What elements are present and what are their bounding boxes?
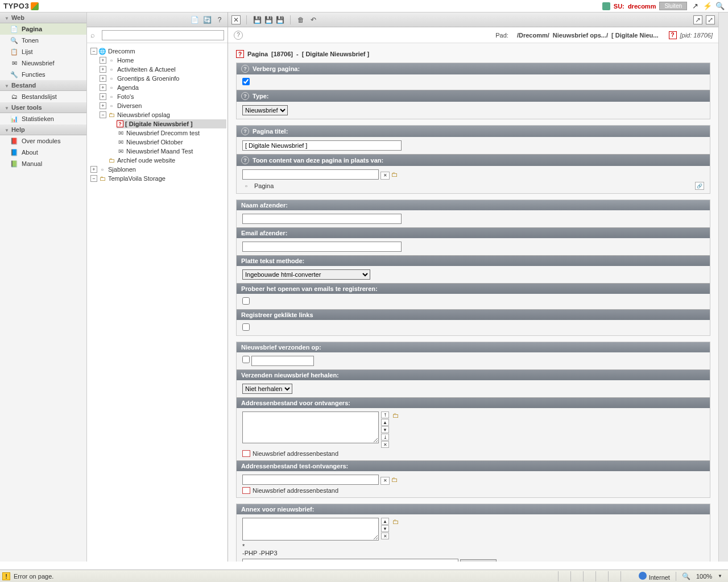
track-click-checkbox[interactable] — [242, 323, 250, 331]
repeat-select[interactable]: Niet herhalen — [242, 384, 292, 394]
move-bottom-icon[interactable]: ⤓ — [381, 434, 389, 440]
browse-folder-icon[interactable]: 🗀 — [391, 171, 398, 178]
annex-file-input[interactable] — [242, 559, 458, 562]
module-pagina[interactable]: 📄Pagina — [0, 23, 86, 35]
sender-email-input[interactable] — [242, 242, 402, 252]
close-icon[interactable]: ✕ — [231, 15, 241, 24]
tree-item[interactable]: Groentips & Groeninfo — [117, 75, 179, 82]
browse-button[interactable]: Browse... — [460, 559, 497, 562]
move-up-icon[interactable]: ▲ — [381, 518, 389, 525]
expand-all-icon[interactable]: ⤢ — [706, 15, 715, 24]
module-statistieken[interactable]: 📊Statistieken — [0, 113, 86, 124]
path-segment[interactable]: Nieuwsbrief ops.../ — [553, 32, 608, 39]
logout-button[interactable]: Sluiten — [659, 2, 687, 10]
cache-icon[interactable]: ⚡ — [703, 2, 712, 11]
tree-item-selected[interactable]: [ Digitale Nieuwsbrief ] — [125, 120, 193, 127]
tree-item[interactable]: TemplaVoila Storage — [108, 175, 166, 182]
tree-item[interactable]: Nieuwsbrief Oktober — [126, 139, 183, 146]
recipients-textarea[interactable] — [242, 411, 379, 443]
sender-name-input[interactable] — [242, 214, 402, 224]
help-icon[interactable]: ? — [241, 65, 249, 73]
expand-icon[interactable]: + — [100, 84, 106, 91]
help-icon[interactable]: ? — [234, 31, 243, 40]
zoom-icon[interactable]: 🔍 — [682, 572, 690, 580]
browse-folder-icon[interactable]: 🗀 — [392, 518, 399, 526]
open-new-icon[interactable]: ↗ — [693, 15, 702, 24]
page-tree[interactable]: −🌐Drecomm +▫Home +▫Activiteiten & Actuee… — [87, 43, 228, 562]
tree-item[interactable]: Home — [117, 57, 134, 64]
module-nieuwsbrief[interactable]: ✉Nieuwsbrief — [0, 57, 86, 69]
expand-icon[interactable]: + — [100, 75, 106, 82]
module-bestandslijst[interactable]: 🗂Bestandslijst — [0, 91, 86, 102]
expand-icon[interactable]: + — [100, 66, 106, 73]
tree-item[interactable]: Nieuwsbrief Drecomm test — [126, 130, 200, 136]
save-icon[interactable]: 💾 — [253, 15, 262, 24]
hidden-checkbox[interactable] — [242, 78, 250, 85]
move-top-icon[interactable]: ⤒ — [381, 411, 389, 418]
module-about[interactable]: 📘About — [0, 147, 86, 158]
link-wizard-icon[interactable]: 🔗 — [695, 182, 704, 190]
test-recipients-input[interactable] — [242, 475, 379, 485]
path-segment[interactable]: /Drecomm/ — [517, 32, 549, 39]
collapse-icon[interactable]: − — [90, 48, 97, 55]
collapse-icon[interactable]: − — [100, 111, 106, 118]
module-over[interactable]: 📕Over modules — [0, 135, 86, 147]
module-functies[interactable]: 🔧Functies — [0, 69, 86, 80]
recipients-link[interactable]: Nieuwsbrief addressenbestand — [253, 450, 338, 457]
tree-item[interactable]: Foto's — [117, 93, 134, 100]
help-icon[interactable]: ? — [241, 127, 249, 135]
test-recipients-link[interactable]: Nieuwsbrief addressenbestand — [253, 487, 338, 494]
help-icon[interactable]: ? — [241, 92, 249, 100]
tree-item[interactable]: Nieuwsbrief opslag — [117, 111, 170, 118]
module-group-help[interactable]: Help — [0, 124, 86, 135]
expand-icon[interactable]: + — [100, 93, 106, 100]
delete-icon[interactable]: 🗑 — [296, 15, 305, 24]
save-view-icon[interactable]: 💾 — [264, 15, 273, 24]
remove-icon[interactable]: ✕ — [381, 441, 389, 448]
help-icon[interactable]: ? — [241, 156, 249, 164]
tree-item[interactable]: Agenda — [117, 84, 139, 91]
save-close-icon[interactable]: 💾 — [275, 15, 284, 24]
tree-item[interactable]: Diversen — [117, 102, 142, 109]
content-from-input[interactable] — [242, 169, 379, 180]
module-tonen[interactable]: 🔍Tonen — [0, 35, 86, 46]
undo-icon[interactable]: ↶ — [309, 15, 318, 24]
move-down-icon[interactable]: ▼ — [381, 525, 389, 532]
shortcut-icon[interactable]: ↗ — [690, 2, 700, 11]
expand-icon[interactable]: + — [90, 166, 97, 173]
module-group-web[interactable]: Web — [0, 13, 86, 23]
refresh-icon[interactable]: 🔄 — [202, 15, 212, 24]
module-lijst[interactable]: 📋Lijst — [0, 46, 86, 57]
help-icon[interactable]: ? — [215, 15, 224, 24]
clear-icon[interactable]: ✕ — [380, 477, 390, 485]
search-icon[interactable]: 🔍 — [715, 2, 725, 11]
move-down-icon[interactable]: ▼ — [381, 426, 389, 433]
annex-textarea[interactable] — [242, 518, 379, 541]
new-page-icon[interactable]: 📄 — [190, 15, 199, 24]
tree-item[interactable]: Archief oude website — [117, 157, 175, 164]
sent-on-checkbox[interactable] — [242, 356, 250, 363]
collapse-icon[interactable]: − — [90, 175, 97, 182]
expand-icon[interactable]: + — [100, 102, 106, 109]
zoom-dropdown-icon[interactable]: ▼ — [718, 573, 722, 579]
module-manual[interactable]: 📗Manual — [0, 158, 86, 169]
browse-folder-icon[interactable]: 🗀 — [391, 476, 398, 484]
expand-icon[interactable]: + — [100, 57, 106, 64]
browse-folder-icon[interactable]: 🗀 — [392, 411, 399, 419]
remove-icon[interactable]: ✕ — [381, 533, 389, 539]
tree-item[interactable]: Nieuwsbrief Maand Test — [126, 148, 193, 155]
move-up-icon[interactable]: ▲ — [381, 419, 389, 426]
tree-item[interactable]: Sjablonen — [108, 166, 136, 173]
module-group-usertools[interactable]: User tools — [0, 102, 86, 113]
tree-filter-input[interactable] — [102, 30, 224, 40]
tree-root[interactable]: Drecomm — [108, 48, 135, 55]
page-title-input[interactable] — [242, 140, 402, 151]
module-group-bestand[interactable]: Bestand — [0, 80, 86, 91]
plaintext-select[interactable]: Ingebouwde html-converter — [242, 269, 370, 280]
path-segment[interactable]: [ Digitale Nieu... — [611, 32, 659, 39]
sent-on-input[interactable] — [251, 356, 314, 366]
scrollbar[interactable] — [718, 13, 728, 562]
tree-item[interactable]: Activiteiten & Actueel — [117, 66, 176, 73]
track-open-checkbox[interactable] — [242, 297, 250, 305]
type-select[interactable]: Nieuwsbrief — [242, 105, 288, 115]
